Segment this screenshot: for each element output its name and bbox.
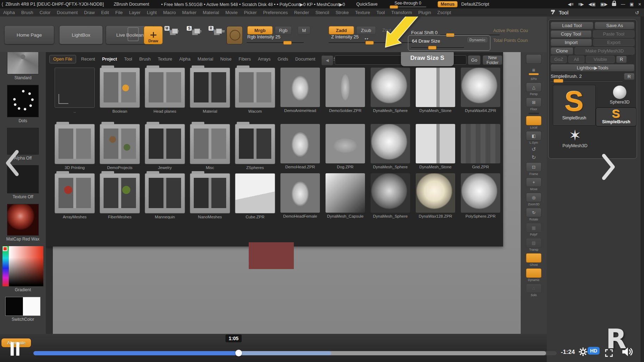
minimize-icon[interactable]: — xyxy=(621,2,625,7)
lightbox-tab[interactable]: Fibers xyxy=(235,55,254,63)
right-shelf-icon[interactable]: + xyxy=(526,177,541,187)
lightbox-thumbnail[interactable]: DynaWax64.ZPR xyxy=(458,68,503,113)
tool-simplebrush-slot[interactable]: S SimpleBrush xyxy=(596,107,637,126)
reset-palette-icon[interactable]: ↺ xyxy=(635,10,639,15)
right-shelf-icon[interactable]: ▦ xyxy=(526,223,541,232)
close-icon[interactable]: × xyxy=(638,1,641,7)
current-tool-simplebrush[interactable]: S SimpleBrush xyxy=(553,85,596,126)
lightbox-thumbnail[interactable]: DynaWax128.ZPR xyxy=(413,173,458,219)
lightbox-thumbnail[interactable]: Dog.ZPR xyxy=(323,124,368,170)
window-next-icon[interactable]: ▣▶ xyxy=(600,2,608,7)
lightbox-thumbnail[interactable]: Wacom xyxy=(233,68,278,113)
divider-right-icon[interactable]: ≡▶ xyxy=(578,2,584,7)
menu-item[interactable]: Alpha xyxy=(0,8,18,17)
menu-item[interactable]: Brush xyxy=(18,8,36,17)
menu-item[interactable]: Draw xyxy=(81,8,98,17)
zadd-button[interactable]: Zadd xyxy=(329,26,354,35)
right-shelf-item[interactable]: △ Persp xyxy=(526,82,541,96)
lightbox-thumbnail[interactable]: Head planes xyxy=(142,68,187,113)
tool-polymesh3d[interactable]: ✶ PolyMesh3D xyxy=(556,128,594,148)
default-zscript-button[interactable]: DefaultZScript xyxy=(461,2,489,7)
seek-handle[interactable] xyxy=(235,350,242,356)
right-shelf-icon[interactable]: ↻ xyxy=(526,154,541,161)
menu-item[interactable]: File xyxy=(112,8,126,17)
menu-item[interactable]: Render xyxy=(291,8,312,17)
edit-icon[interactable] xyxy=(128,27,139,41)
draw-mode-button[interactable]: Draw xyxy=(144,26,163,44)
go-button[interactable]: Go xyxy=(468,55,481,65)
lightbox-thumbnail[interactable]: Cube.ZPR xyxy=(233,173,278,219)
lightbox-tab[interactable]: Texture xyxy=(154,55,176,63)
shelf-thumbnail[interactable] xyxy=(7,85,39,117)
right-shelf-icon[interactable]: ⊡ xyxy=(526,162,541,172)
lightbox-thumbnail[interactable]: ArrayMeshes xyxy=(52,173,97,219)
rotate-mode-button[interactable]: R Rotate xyxy=(210,27,228,34)
right-shelf-item[interactable]: Local xyxy=(526,116,541,129)
menu-item[interactable]: Tool xyxy=(373,8,388,17)
lightbox-tab[interactable]: Noise xyxy=(217,55,235,63)
tool-panel-button[interactable]: Load Tool xyxy=(551,22,593,29)
menu-item[interactable]: Transform xyxy=(388,8,415,17)
restore-icon[interactable]: ▣ xyxy=(630,2,633,7)
right-shelf-item[interactable]: ⊡ Frame xyxy=(526,162,541,176)
left-shelf-item[interactable]: Dots xyxy=(0,85,46,123)
lightbox-thumbnail[interactable]: .. xyxy=(52,68,97,113)
lightbox-thumbnail[interactable]: ZSpheres xyxy=(233,124,278,170)
pause-button[interactable] xyxy=(11,342,20,356)
rgb-button[interactable]: Rgb xyxy=(275,26,292,35)
menu-item[interactable]: Edit xyxy=(98,8,112,17)
left-shelf-item[interactable]: MatCap Red Wax xyxy=(0,204,46,242)
right-shelf-item[interactable]: ↻ Rotate xyxy=(526,208,541,221)
menu-item[interactable]: Stroke xyxy=(332,8,352,17)
right-shelf-item[interactable]: ▦ PolyF xyxy=(526,223,541,236)
lightbox-thumbnail[interactable]: DemoProjects xyxy=(97,124,142,170)
lightbox-thumbnail[interactable]: PolySphere.ZPR xyxy=(458,173,503,219)
home-page-button[interactable]: Home Page xyxy=(4,25,54,44)
shelf-thumbnail[interactable] xyxy=(2,246,43,286)
mrgb-button[interactable]: Mrgb xyxy=(247,26,273,35)
lightbox-thumbnail[interactable]: Grid.ZPR xyxy=(458,124,503,170)
tool-panel-button[interactable]: Paste Tool xyxy=(593,30,634,38)
lightbox-thumbnail[interactable]: 3D Printing xyxy=(52,124,97,170)
seek-bar[interactable] xyxy=(33,351,557,355)
right-shelf-icon[interactable] xyxy=(526,54,541,64)
tool-panel-button[interactable]: Copy Tool xyxy=(551,30,592,38)
menu-item[interactable]: Preferences xyxy=(260,8,291,17)
right-shelf-item[interactable]: + Move xyxy=(526,177,541,191)
shelf-thumbnail[interactable] xyxy=(5,297,41,316)
lightbox-tab[interactable]: Material xyxy=(194,55,217,63)
lightbox-tab[interactable]: Grids xyxy=(274,55,292,63)
lightbox-prev-arrow[interactable] xyxy=(4,150,20,178)
restore-config-button[interactable]: R xyxy=(624,73,634,80)
menu-item[interactable]: Color xyxy=(36,8,54,17)
right-shelf-icon[interactable] xyxy=(526,253,541,263)
lightbox-thumbnail[interactable]: DynaMesh_Sphere xyxy=(368,173,413,219)
volume-icon[interactable] xyxy=(621,347,633,358)
lightbox-tab[interactable]: Alpha xyxy=(176,55,194,63)
tool-panel-button[interactable]: Import xyxy=(551,39,592,46)
right-shelf-icon[interactable] xyxy=(526,116,541,125)
tool-select-handle[interactable] xyxy=(553,79,563,83)
lightbox-tab[interactable]: Arrays xyxy=(254,55,274,63)
zsub-button[interactable]: Zsub xyxy=(356,26,376,35)
scale-mode-button[interactable]: S Scale xyxy=(187,27,206,34)
tool-select-track[interactable] xyxy=(551,80,623,81)
lightbox-thumbnail[interactable]: Boolean xyxy=(97,68,142,113)
lightbox-thumbnail[interactable]: NanoMeshes xyxy=(187,173,233,219)
dynamic-toggle[interactable]: Dynamic xyxy=(467,37,487,42)
menu-item[interactable]: Layer xyxy=(126,8,144,17)
material-swatch[interactable] xyxy=(227,26,243,44)
lightbox-tab[interactable]: Brush xyxy=(136,55,154,63)
right-shelf-icon[interactable]: ↻ xyxy=(526,208,541,217)
right-shelf-item[interactable]: ◎ Zoom3D xyxy=(526,193,541,206)
menus-button[interactable]: Menus xyxy=(438,1,458,7)
menu-item[interactable]: Marker xyxy=(179,8,199,17)
lightbox-tab[interactable]: Tool xyxy=(120,55,136,63)
menu-item[interactable]: Stencil xyxy=(312,8,332,17)
lightbox-tab[interactable]: Recent xyxy=(78,55,99,63)
draw-size-handle[interactable] xyxy=(428,46,436,50)
window-prev-icon[interactable]: ◀▣ xyxy=(588,2,596,7)
quicksave-button[interactable]: QuickSave xyxy=(356,2,377,7)
tool-panel-button[interactable]: Clone xyxy=(551,47,573,55)
menu-item[interactable]: Macro xyxy=(160,8,179,17)
